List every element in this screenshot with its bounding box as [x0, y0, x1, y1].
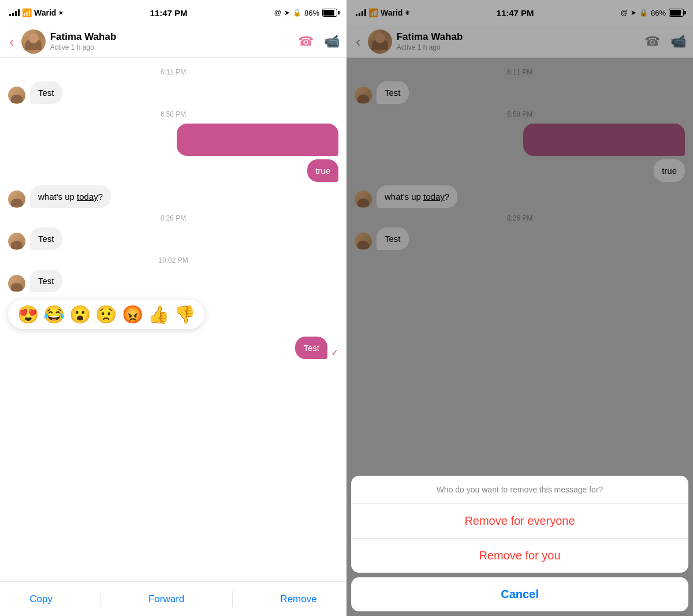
battery-pct-right: 86%: [651, 9, 666, 17]
bubble-r-true: true: [654, 159, 685, 182]
contact-info-right: Fatima Wahab Active 1 h ago: [397, 31, 640, 51]
msg-row-whatsup: what's up today?: [8, 185, 338, 208]
emoji-laughing[interactable]: 😂: [43, 304, 65, 324]
phone-icon-left[interactable]: ☎: [298, 34, 314, 49]
carrier-name-right: Warid: [381, 8, 403, 17]
carrier-right: 📶 Warid ✳: [356, 8, 409, 17]
forward-button[interactable]: Forward: [137, 588, 196, 611]
nav-bar-left: ‹ Fatima Wahab Active 1 h ago ☎ 📹: [0, 25, 346, 58]
nav-actions-right: ☎ 📹: [644, 34, 686, 49]
avatar-msg4: [8, 275, 25, 292]
check-icon: ✓: [331, 347, 338, 358]
back-button-right[interactable]: ‹: [353, 32, 363, 51]
contact-name-right: Fatima Wahab: [397, 31, 640, 43]
time-label-2: 6:58 PM: [0, 110, 346, 118]
carrier-left: 📶 Warid ✳: [9, 8, 63, 17]
msg-row-r-whatsup: what's up today?: [355, 185, 685, 208]
time-label-r1: 6:11 PM: [346, 68, 693, 76]
divider-2: [232, 591, 233, 607]
nav-actions-left: ☎ 📹: [298, 34, 340, 49]
signal-dot-icon: ✳: [58, 10, 63, 16]
bubble-sent-wide: [177, 124, 338, 156]
lock-icon: 🔒: [293, 9, 301, 17]
emoji-wow[interactable]: 😮: [69, 304, 91, 324]
bubble-test3: Test: [30, 270, 62, 292]
avatar-r-msg1: [355, 87, 372, 104]
msg-row-test3: Test: [8, 270, 338, 292]
remove-for-you-option[interactable]: Remove for you: [351, 539, 688, 573]
video-icon-left[interactable]: 📹: [324, 34, 340, 49]
status-right-right: @ ➤ 🔒 86%: [621, 9, 684, 17]
msg-row-test2: Test: [8, 227, 338, 250]
status-right-left: @ ➤ 🔒 86%: [274, 9, 337, 17]
time-label-4: 10:02 PM: [0, 256, 346, 264]
sheet-main: Who do you want to remove this message f…: [351, 476, 688, 573]
contact-info-left: Fatima Wahab Active 1 h ago: [50, 31, 293, 51]
bubble-whatsup: what's up today?: [30, 185, 111, 208]
msg-row-sent-test: Test ✓: [8, 337, 338, 359]
time-label-3: 8:26 PM: [0, 214, 346, 222]
remove-button[interactable]: Remove: [269, 588, 328, 611]
battery-icon-right: [669, 9, 684, 17]
carrier-name-left: Warid: [34, 8, 56, 17]
cancel-button[interactable]: Cancel: [351, 577, 688, 611]
emoji-thumbsdown[interactable]: 👎: [174, 304, 195, 324]
time-label-1: 6:11 PM: [0, 68, 346, 76]
avatar-r-msg3: [355, 233, 372, 250]
avatar-right[interactable]: [368, 29, 392, 54]
msg-row-r-test2: Test: [355, 227, 685, 250]
time-label-r2: 6:58 PM: [346, 110, 693, 118]
time-left: 11:47 PM: [150, 8, 188, 18]
remove-everyone-option[interactable]: Remove for everyone: [351, 504, 688, 539]
signal-dot-icon-right: ✳: [405, 10, 409, 16]
video-icon-right[interactable]: 📹: [670, 34, 686, 49]
bubble-r-test2: Test: [377, 227, 409, 250]
right-panel: 📶 Warid ✳ 11:47 PM @ ➤ 🔒 86% ‹ Fatima Wa…: [346, 0, 693, 616]
status-bar-right: 📶 Warid ✳ 11:47 PM @ ➤ 🔒 86%: [346, 0, 693, 25]
copy-button[interactable]: Copy: [18, 588, 64, 611]
sheet-title: Who do you want to remove this message f…: [351, 476, 688, 504]
status-bar-left: 📶 Warid ✳ 11:47 PM @ ➤ 🔒 86%: [0, 0, 346, 25]
wifi-icon-right: 📶: [368, 8, 378, 17]
location-icon: @: [274, 9, 281, 17]
bubble-r-whatsup: what's up today?: [377, 185, 457, 208]
signal-icon: [9, 9, 20, 16]
msg-row-true: true: [8, 159, 338, 182]
bubble-true: true: [307, 159, 338, 182]
bubble-test1: Test: [30, 81, 62, 104]
avatar-left[interactable]: [21, 29, 46, 54]
action-bar-left: Copy Forward Remove: [0, 581, 346, 616]
contact-name-left: Fatima Wahab: [50, 31, 293, 43]
msg-row-r-sent-wide: [355, 124, 685, 156]
emoji-angry[interactable]: 😡: [122, 304, 143, 324]
bubble-r-sent-wide: [523, 124, 685, 156]
battery-icon-left: [322, 9, 337, 17]
chat-area-left: 6:11 PM Test 6:58 PM true what's up toda…: [0, 58, 346, 581]
emoji-heart-eyes[interactable]: 😍: [17, 304, 39, 324]
divider-1: [100, 591, 100, 607]
arrow-icon-right: ➤: [631, 9, 636, 17]
back-button-left[interactable]: ‹: [7, 32, 17, 51]
action-sheet: Who do you want to remove this message f…: [351, 476, 688, 611]
contact-status-left: Active 1 h ago: [50, 43, 293, 51]
bubble-test2: Test: [30, 227, 62, 250]
bubble-sent-test: Test: [295, 337, 327, 359]
left-panel: 📶 Warid ✳ 11:47 PM @ ➤ 🔒 86% ‹ Fatima Wa…: [0, 0, 346, 616]
nav-bar-right: ‹ Fatima Wahab Active 1 h ago ☎ 📹: [346, 25, 693, 58]
arrow-icon: ➤: [284, 9, 290, 17]
reaction-bar: 😍 😂 😮 😟 😡 👍 👎: [8, 300, 204, 329]
battery-pct-left: 86%: [304, 9, 319, 17]
phone-icon-right[interactable]: ☎: [644, 34, 660, 49]
location-icon-right: @: [621, 9, 628, 17]
msg-row-sent-wide: [8, 124, 338, 156]
signal-icon-right: [356, 9, 366, 16]
emoji-thumbsup[interactable]: 👍: [148, 304, 169, 324]
time-right: 11:47 PM: [497, 8, 534, 18]
time-label-r3: 8:26 PM: [346, 214, 693, 222]
msg-row-test1: Test: [8, 81, 338, 104]
emoji-sad[interactable]: 😟: [95, 304, 117, 324]
msg-row-r-true: true: [355, 159, 685, 182]
lock-icon-right: 🔒: [639, 9, 648, 17]
avatar-r-msg2: [355, 191, 372, 208]
wifi-icon: 📶: [22, 8, 32, 17]
